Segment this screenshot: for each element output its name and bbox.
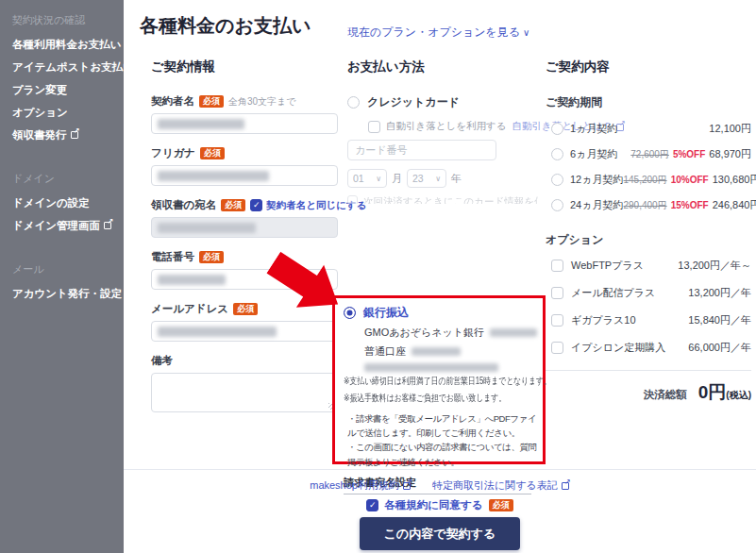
plan-6month-price: 68,970円 [709,147,751,161]
plan-24month-radio[interactable] [551,199,563,211]
sidebar-item-account-setup[interactable]: アカウント発行・設定 [12,287,116,301]
card-number-input[interactable]: カード番号 [347,140,496,160]
furigana-label: フリガナ [151,146,195,160]
expiry-month-select[interactable]: 01∨ [347,169,387,188]
agree-checkbox[interactable] [366,499,378,511]
total-tax-suffix: (税込) [726,389,751,402]
plan-row-1month[interactable]: 1ヵ月契約 12,100円 [551,116,751,142]
contractor-name-label: 契約者名 [151,94,194,109]
current-plan-link[interactable]: 現在のプラン・オプションを見る∨ [347,25,529,41]
sidebar-item-receipt-label: 領収書発行 [12,129,67,141]
remarks-textarea[interactable] [151,373,338,412]
sidebar-item-itempost-payment[interactable]: アイテムポストお支払い [12,60,116,75]
save-card-label: 次回決済するときにこのカード情報を使う [363,195,538,204]
plan-12month-discount-badge: 10%OFF [671,175,709,185]
required-badge: 必須 [233,303,258,315]
plan-6month-discount-badge: 5%OFF [673,149,705,159]
mail-delivery-checkbox[interactable] [551,287,563,299]
plan-1month-price: 12,100円 [709,122,751,136]
terms-link[interactable]: makeshop利用規約 [310,478,412,493]
webftp-checkbox[interactable] [551,260,563,272]
credit-card-radio[interactable] [347,96,360,109]
plan-row-6month[interactable]: 6ヵ月契約 72,600円 5%OFF 68,970円 [551,142,751,167]
contractor-name-note: 全角30文字まで [228,95,296,109]
receipt-name-label: 領収書の宛名 [151,198,216,212]
bank-transfer-radio[interactable] [344,307,356,319]
expiry-month-value: 01 [353,173,364,184]
save-card-checkbox[interactable] [347,195,358,204]
plan-row-24month[interactable]: 24ヵ月契約 290,400円 15%OFF 246,840円 [551,193,751,218]
bank-deadline-note: ※支払い締切日は利用満了日の前営業日15時までとなります。 [344,374,540,389]
option-row-mail-delivery[interactable]: メール配信プラス 13,200円／年 [551,279,751,307]
option-row-webftp[interactable]: WebFTPプラス 13,200円／年～ [551,252,751,279]
email-field[interactable] [151,321,338,342]
plan-1month-radio[interactable] [551,123,563,135]
sidebar-item-domain-settings[interactable]: ドメインの設定 [12,196,116,210]
plan-24month-discount-badge: 15%OFF [671,200,709,210]
epsilon-checkbox[interactable] [551,342,563,354]
plan-12month-price: 130,680円 [713,173,756,187]
expiry-year-value: 23 [412,173,424,184]
phone-label: 電話番号 [151,250,194,264]
redacted-value [158,223,256,233]
bank-transfer-label: 銀行振込 [363,305,409,321]
commercial-law-link[interactable]: 特定商取引法に関する表記 [432,478,570,493]
credit-card-radio-row[interactable]: クレジットカード [347,94,538,110]
external-link-icon [403,481,412,490]
total-divider [546,370,751,371]
sidebar-item-receipt[interactable]: 領収書発行 [12,128,116,142]
sidebar-item-plan-change[interactable]: プラン変更 [12,83,116,97]
auto-debit-row: 自動引き落としを利用する 自動引き落としとは？ [368,120,538,133]
payment-method-heading: お支払い方法 [347,59,538,75]
gigaplus-checkbox[interactable] [551,314,563,327]
remarks-label: 備考 [151,354,173,368]
payment-method-section: お支払い方法 クレジットカード 自動引き落としを利用する 自動引き落としとは？ … [347,59,538,204]
plan-12month-original-price: 145,200円 [624,174,667,187]
sidebar-section-contract-status: 契約状況の確認 [12,13,116,27]
remarks-label-row: 備考 [151,354,338,368]
current-plan-link-label: 現在のプラン・オプションを見る [347,25,520,39]
plan-12month-label: 12ヵ月契約 [570,173,624,187]
year-unit-label: 年 [451,172,462,186]
save-card-row: 次回決済するときにこのカード情報を使う [347,195,538,204]
external-link-icon [104,221,112,229]
account-type-line: 普通口座 [364,344,537,359]
footer-divider [124,469,756,470]
sidebar-item-fees-payment[interactable]: 各種利用料金お支払い [12,38,116,52]
required-badge: 必須 [199,95,224,108]
contractor-name-field[interactable] [151,113,338,134]
same-as-contractor-checkbox[interactable] [250,199,262,211]
option-row-gigaplus[interactable]: ギガプラス10 15,840円／年 [551,307,751,334]
plan-24month-original-price: 290,400円 [624,199,667,212]
total-label: 決済総額 [644,388,687,402]
submit-contract-button[interactable]: この内容で契約する [360,517,520,550]
bank-transfer-radio-row[interactable]: 銀行振込 [344,305,537,321]
sidebar-item-domain-admin-label: ドメイン管理画面 [12,220,100,231]
auto-debit-label: 自動引き落としを利用する [386,120,506,133]
plan-6month-radio[interactable] [551,148,563,160]
epsilon-price: 66,000円／年 [688,341,751,355]
external-link-icon [71,130,79,139]
contractor-name-label-row: 契約者名 必須 全角30文字まで [151,94,338,109]
redacted-branch [490,328,537,337]
plan-24month-price: 246,840円 [713,198,756,212]
plan-12month-radio[interactable] [551,174,563,186]
required-badge: 必須 [221,199,245,211]
sidebar-item-domain-admin[interactable]: ドメイン管理画面 [12,219,116,233]
credit-card-subform: 自動引き落としを利用する 自動引き落としとは？ [368,120,538,133]
option-row-epsilon[interactable]: イプシロン定期購入 66,000円／年 [551,334,751,361]
plan-row-12month[interactable]: 12ヵ月契約 145,200円 10%OFF 130,680円 [551,167,751,193]
mail-delivery-label: メール配信プラス [571,286,655,300]
expiry-year-select[interactable]: 23∨ [407,169,446,188]
required-badge: 必須 [199,251,224,263]
auto-debit-checkbox[interactable] [368,121,380,133]
footer-links: makeshop利用規約 特定商取引法に関する表記 [124,478,756,493]
account-type: 普通口座 [364,344,406,359]
plan-6month-original-price: 72,600円 [630,148,669,161]
terms-link-label: makeshop利用規約 [310,478,399,493]
furigana-field[interactable] [151,165,338,186]
required-badge: 必須 [489,499,513,511]
required-badge: 必須 [200,147,225,159]
gigaplus-label: ギガプラス10 [571,313,636,327]
sidebar-item-options[interactable]: オプション [12,106,116,120]
